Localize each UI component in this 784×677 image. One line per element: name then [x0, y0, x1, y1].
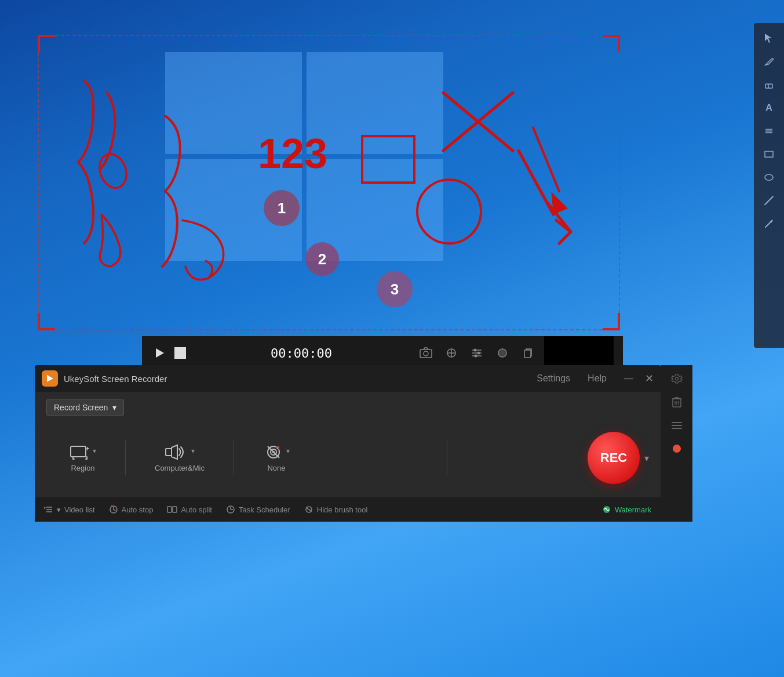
controls-row: ▾ Region ▾ Computer&Mic	[46, 425, 649, 490]
stop-button[interactable]	[174, 347, 186, 359]
panel-record-dot-icon[interactable]	[668, 439, 686, 458]
rectangle-tool[interactable]	[759, 144, 779, 165]
app-right-panel	[661, 365, 692, 522]
rec-button[interactable]: REC	[588, 432, 640, 484]
video-list-button[interactable]: ▾ Video list	[44, 505, 95, 514]
svg-rect-23	[420, 350, 432, 358]
play-button[interactable]	[151, 345, 167, 361]
svg-point-31	[474, 349, 477, 352]
svg-rect-56	[167, 507, 172, 512]
mode-dropdown[interactable]: Record Screen ▾	[46, 399, 124, 416]
auto-split-label: Auto split	[181, 505, 212, 514]
divider-1	[125, 441, 126, 475]
minimize-button[interactable]: —	[618, 371, 639, 386]
svg-line-19	[765, 196, 773, 205]
svg-point-24	[424, 351, 428, 356]
svg-point-32	[477, 352, 480, 355]
auto-stop-label: Auto stop	[122, 505, 154, 514]
camera-label: None	[267, 464, 285, 472]
svg-marker-10	[765, 34, 772, 43]
auto-stop-button[interactable]: Auto stop	[109, 505, 154, 514]
rec-chevron-icon[interactable]: ▾	[644, 453, 649, 464]
pen-tool[interactable]	[759, 51, 779, 72]
task-scheduler-label: Task Scheduler	[239, 505, 290, 514]
svg-rect-37	[71, 446, 86, 457]
region-icon-area: ▾	[70, 444, 96, 460]
camera-icon-area: x ▾	[263, 444, 290, 460]
region-control[interactable]: ▾ Region	[46, 444, 119, 472]
app-body: Record Screen ▾ ▾ Region	[35, 392, 661, 497]
app-titlebar: UkeySoft Screen Recorder Settings Help —…	[35, 365, 661, 392]
windows-logo-area	[116, 35, 493, 313]
divider-3	[447, 441, 447, 475]
task-scheduler-button[interactable]: Task Scheduler	[226, 505, 290, 514]
win-tile-3	[165, 159, 302, 261]
svg-marker-51	[44, 507, 46, 509]
svg-rect-12	[765, 84, 772, 88]
video-list-chevron: ▾	[57, 505, 61, 514]
mode-label: Record Screen	[54, 403, 108, 412]
arrow-tool[interactable]	[759, 213, 779, 234]
svg-point-18	[765, 174, 773, 180]
svg-point-72	[673, 445, 681, 453]
divider-2	[234, 441, 234, 475]
svg-rect-40	[166, 449, 172, 456]
hide-brush-button[interactable]: Hide brush tool	[304, 505, 367, 514]
svg-marker-36	[47, 375, 53, 382]
audio-icon-area: ▾	[165, 444, 195, 460]
region-icon[interactable]	[442, 344, 461, 362]
app-logo	[42, 370, 58, 387]
camera-control[interactable]: x ▾ None	[240, 444, 313, 472]
watermark-button[interactable]: Watermark	[602, 505, 651, 514]
color-icon[interactable]	[493, 344, 512, 362]
mode-row: Record Screen ▾	[46, 399, 649, 416]
svg-line-54	[114, 509, 115, 511]
dropdown-chevron-icon: ▾	[112, 403, 116, 412]
svg-marker-41	[172, 445, 177, 459]
svg-line-11	[765, 65, 765, 65]
text-tool[interactable]: A	[759, 97, 779, 118]
video-list-label: Video list	[64, 505, 95, 514]
rec-area: REC ▾	[588, 432, 649, 484]
svg-marker-22	[156, 348, 164, 358]
close-button[interactable]: ✕	[645, 372, 654, 385]
settings-button[interactable]: Settings	[531, 371, 576, 386]
panel-menu-icon[interactable]	[668, 416, 686, 435]
drawing-toolbar: A	[754, 23, 784, 348]
region-chevron-icon: ▾	[93, 447, 96, 455]
camera-chevron-icon: ▾	[286, 447, 290, 455]
win-tile-2	[307, 52, 443, 154]
app-window: UkeySoft Screen Recorder Settings Help —…	[35, 365, 661, 522]
svg-rect-57	[173, 507, 177, 512]
svg-point-63	[675, 377, 678, 380]
svg-text:x: x	[276, 446, 278, 450]
audio-control[interactable]: ▾ Computer&Mic	[132, 444, 228, 472]
copy-icon[interactable]	[519, 344, 537, 362]
audio-label: Computer&Mic	[155, 464, 205, 472]
eraser-tool[interactable]	[759, 74, 779, 95]
svg-rect-17	[765, 151, 773, 157]
win-tile-4	[307, 159, 443, 261]
cursor-tool[interactable]	[759, 28, 779, 49]
svg-point-33	[475, 355, 477, 358]
app-footer: ▾ Video list Auto stop Auto split	[35, 497, 661, 522]
line-tool[interactable]	[759, 190, 779, 211]
svg-rect-35	[524, 350, 531, 358]
highlight-tool[interactable]	[759, 121, 779, 141]
timer-display: 00:00:00	[193, 346, 410, 361]
panel-settings-icon[interactable]	[668, 370, 686, 388]
adjust-icon[interactable]	[468, 344, 486, 362]
region-label: Region	[71, 464, 94, 472]
audio-chevron-icon: ▾	[191, 447, 195, 455]
panel-trash-icon[interactable]	[668, 393, 686, 412]
watermark-label: Watermark	[615, 505, 651, 514]
hide-brush-label: Hide brush tool	[317, 505, 367, 514]
app-title-text: UkeySoft Screen Recorder	[64, 374, 525, 384]
auto-split-button[interactable]: Auto split	[167, 505, 212, 514]
ellipse-tool[interactable]	[759, 167, 779, 188]
help-button[interactable]: Help	[582, 371, 612, 386]
win-tile-1	[165, 52, 302, 154]
snapshot-icon[interactable]	[417, 344, 435, 362]
